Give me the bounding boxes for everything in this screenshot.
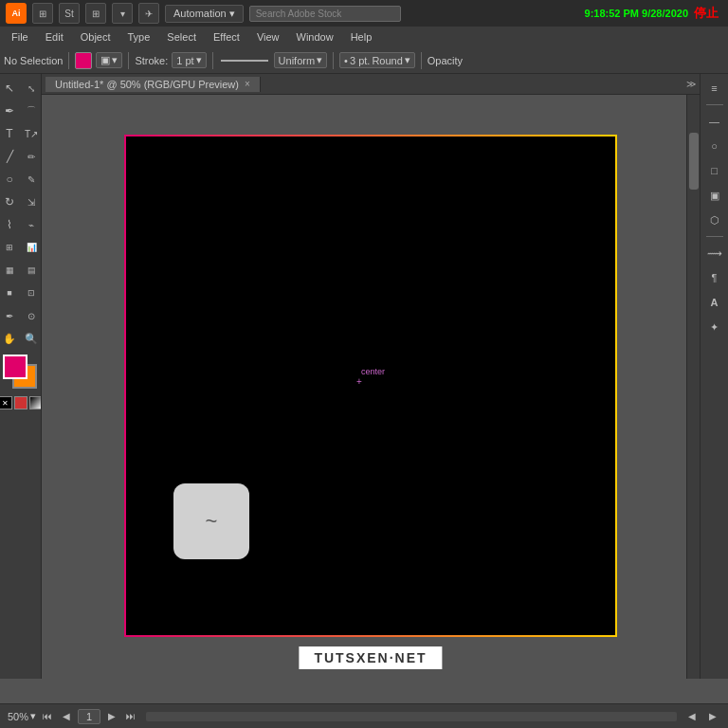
type-path-tool[interactable]: T↗ <box>21 123 42 144</box>
tab-close-button[interactable]: × <box>245 79 250 89</box>
menu-edit[interactable]: Edit <box>38 29 71 45</box>
direct-select-tool[interactable]: ⤡ <box>21 78 42 99</box>
panel-transform-icon[interactable]: ⟿ <box>704 243 725 264</box>
artboard[interactable]: center + ~ <box>126 136 615 635</box>
panel-paragraph-icon[interactable]: ¶ <box>704 267 725 288</box>
toolbar-separator-5 <box>421 52 422 69</box>
eyedropper-tool[interactable]: ✒ <box>0 305 20 326</box>
rotate-tool[interactable]: ↻ <box>0 191 20 212</box>
tool-row-12: ✋ 🔍 <box>0 328 42 349</box>
automation-button[interactable]: Automation ▾ <box>165 5 244 23</box>
panel-symbols-icon[interactable]: ⬡ <box>704 209 725 230</box>
zoom-tool[interactable]: 🔍 <box>21 328 42 349</box>
symbol-tool[interactable]: ⊞ <box>0 237 20 258</box>
fill-dropdown[interactable]: ▣▾ <box>96 52 122 68</box>
panel-icon[interactable]: St <box>59 3 80 24</box>
automation-label: Automation <box>173 8 227 19</box>
opacity-label: Opacity <box>428 55 463 66</box>
vertical-scrollbar[interactable] <box>686 95 700 679</box>
panel-swatches-icon[interactable]: □ <box>704 160 725 181</box>
main-content: ↖ ⤡ ✒ ⌒ T T↗ ╱ ✏ ○ ✎ ↻ ⇲ ⌇ ⌁ ⊞ 📊 <box>0 74 728 679</box>
stroke-line-preview <box>221 60 268 62</box>
panel-opentype-icon[interactable]: ✦ <box>704 317 725 337</box>
curvature-tool[interactable]: ⌒ <box>21 100 42 121</box>
status-right: ◀ ▶ <box>684 709 720 724</box>
toolbar-separator-2 <box>128 52 129 69</box>
stroke-value-dropdown[interactable]: 1 pt▾ <box>172 52 206 68</box>
next-artboard-button[interactable]: ▶ <box>104 709 119 724</box>
menu-effect[interactable]: Effect <box>206 29 247 45</box>
fill-color-box[interactable] <box>3 355 27 379</box>
rp-sep-1 <box>706 104 723 105</box>
panel-character-icon[interactable]: A <box>704 292 725 313</box>
status-bar: 50% ▾ ⏮ ◀ 1 ▶ ⏭ ◀ ▶ <box>0 703 728 728</box>
scroll-right-button[interactable]: ▶ <box>705 709 720 724</box>
page-number[interactable]: 1 <box>78 709 100 724</box>
pencil-tool[interactable]: ✎ <box>21 169 42 190</box>
artboard-wrapper: center + ~ <box>61 102 681 669</box>
automation-dropdown-arrow: ▾ <box>229 8 235 20</box>
menu-help[interactable]: Help <box>343 29 380 45</box>
no-selection-label: No Selection <box>4 55 63 66</box>
panel-layers-icon[interactable]: ≡ <box>704 78 725 99</box>
gradient-swatch[interactable] <box>29 396 43 410</box>
menu-select[interactable]: Select <box>159 29 204 45</box>
menu-object[interactable]: Object <box>73 29 118 45</box>
stroke-label: Stroke: <box>135 55 168 66</box>
tool-row-11: ✒ ⊙ <box>0 305 42 326</box>
graph-tool[interactable]: 📊 <box>21 237 42 258</box>
stroke-weight-dropdown[interactable]: • 3 pt. Round ▾ <box>339 52 415 68</box>
select-tool[interactable]: ↖ <box>0 78 20 99</box>
tab-bar: Untitled-1* @ 50% (RGB/GPU Preview) × ≫ <box>42 74 700 95</box>
watermark-label: TUTSXEN·NET <box>299 646 442 669</box>
panel-artboards-icon[interactable]: — <box>704 111 725 132</box>
none-swatch[interactable]: ✕ <box>0 396 12 410</box>
toolbar-separator-1 <box>68 52 69 69</box>
artboard-outer: center + ~ <box>124 135 617 637</box>
home-icon[interactable]: ⊞ <box>32 3 53 24</box>
column-graph-tool[interactable]: ▦ <box>0 260 20 281</box>
expand-icon[interactable]: ≫ <box>686 79 696 89</box>
shape-tool[interactable]: ○ <box>0 169 20 190</box>
brush-tool[interactable]: ✏ <box>21 146 42 167</box>
next-page-button[interactable]: ⏭ <box>123 709 138 724</box>
fill-color-swatch[interactable] <box>75 52 92 69</box>
search-bar[interactable]: Search Adobe Stock <box>249 6 401 22</box>
document-tab[interactable]: Untitled-1* @ 50% (RGB/GPU Preview) × <box>46 77 261 92</box>
canvas-area: Untitled-1* @ 50% (RGB/GPU Preview) × ≫ … <box>42 74 700 679</box>
prev-page-button[interactable]: ⏮ <box>40 709 55 724</box>
menu-view[interactable]: View <box>249 29 287 45</box>
share-icon[interactable]: ✈ <box>138 3 159 24</box>
panel-properties-icon[interactable]: ○ <box>704 136 725 156</box>
panel-brushes-icon[interactable]: ▣ <box>704 185 725 206</box>
measure-tool[interactable]: ⊙ <box>21 305 42 326</box>
prev-artboard-button[interactable]: ◀ <box>59 709 74 724</box>
arrow-icon[interactable]: ▾ <box>112 3 133 24</box>
mesh-tool[interactable]: ⊡ <box>21 282 42 303</box>
pen-tool[interactable]: ✒ <box>0 100 20 121</box>
grid-icon[interactable]: ⊞ <box>85 3 106 24</box>
scale-tool[interactable]: ⇲ <box>21 191 42 212</box>
type-tool[interactable]: T <box>0 123 20 144</box>
rp-sep-2 <box>706 236 723 237</box>
line-tool[interactable]: ╱ <box>0 146 20 167</box>
uniform-dropdown[interactable]: Uniform▾ <box>274 52 328 68</box>
ai-logo: Ai <box>6 3 27 24</box>
width-tool[interactable]: ⌁ <box>21 214 42 235</box>
white-swatch[interactable] <box>14 396 27 410</box>
gradient-tool[interactable]: ■ <box>0 282 20 303</box>
scroll-left-button[interactable]: ◀ <box>684 709 700 724</box>
horizontal-scrollbar[interactable] <box>146 712 677 721</box>
bar-graph-tool[interactable]: ▤ <box>21 260 42 281</box>
menu-file[interactable]: File <box>4 29 36 45</box>
menu-type[interactable]: Type <box>120 29 158 45</box>
menu-window[interactable]: Window <box>289 29 341 45</box>
toolbar-separator-4 <box>333 52 334 69</box>
hand-tool[interactable]: ✋ <box>0 328 20 349</box>
tool-row-9: ▦ ▤ <box>0 260 42 281</box>
warp-tool[interactable]: ⌇ <box>0 214 20 235</box>
stop-button[interactable]: 停止 <box>694 5 719 22</box>
scroll-thumb-v[interactable] <box>689 133 699 190</box>
zoom-level[interactable]: 50% ▾ <box>8 710 36 722</box>
tool-row-7: ⌇ ⌁ <box>0 214 42 235</box>
